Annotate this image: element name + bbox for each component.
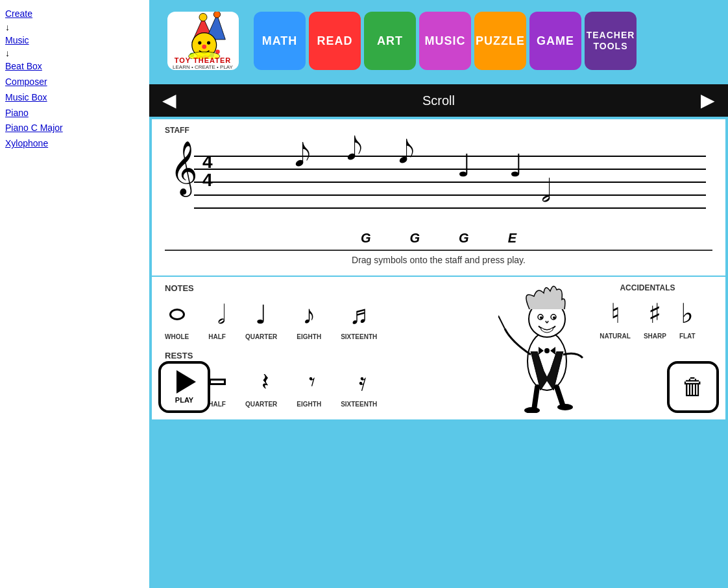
musical-staff[interactable]: 𝄞 44 𝅘𝅥𝅮 𝅘𝅥𝅮 𝅘𝅥𝅮 ♩ ♩ 𝅗𝅥 xyxy=(165,137,712,228)
sidebar-item-xylophone[interactable]: Xylophone xyxy=(5,136,144,152)
trash-icon: 🗑 xyxy=(681,373,705,401)
conductor-illustration xyxy=(498,277,596,413)
note-sixteenth[interactable]: ♬ SIXTEENTH xyxy=(341,298,377,340)
nav-read[interactable]: READ xyxy=(309,12,361,70)
scroll-left-button[interactable]: ◀ xyxy=(162,91,176,110)
staff-area: STAFF 𝄞 44 𝅘𝅥𝅮 𝅘𝅥𝅮 𝅘𝅥𝅮 ♩ ♩ 𝅗𝅥 xyxy=(152,119,725,276)
accidental-flat[interactable]: ♭ FLAT xyxy=(679,298,696,340)
play-label: PLAY xyxy=(175,396,193,404)
nav-game[interactable]: GAME xyxy=(529,12,581,70)
note-label-g1: G xyxy=(361,231,371,246)
bottom-section: NOTES WHOLE 𝅗𝅥 HALF ♩ QUARTER xyxy=(152,277,725,419)
nav-puzzle[interactable]: PUZZLE xyxy=(474,12,526,70)
staff-section-label: STAFF xyxy=(165,126,712,135)
rest-quarter[interactable]: 𝄽 QUARTER xyxy=(245,366,277,408)
logo-area: TOY THEATER LEARN • CREATE • PLAY xyxy=(156,5,250,76)
quarter-note-glyph: ♩ xyxy=(255,298,267,331)
svg-point-1 xyxy=(199,14,206,21)
sidebar-item-composer[interactable]: Composer xyxy=(5,75,144,90)
svg-point-3 xyxy=(213,12,220,18)
note-whole[interactable]: WHOLE xyxy=(165,298,189,340)
note-quarter[interactable]: ♩ QUARTER xyxy=(245,298,277,340)
sidebar-arrow1: ↓ xyxy=(5,22,144,33)
logo-text: TOY THEATER xyxy=(173,56,233,64)
nav-buttons: MATH READ ART MUSIC PUZZLE GAME TEACHERT… xyxy=(254,12,637,70)
sixteenth-rest-label: SIXTEENTH xyxy=(341,401,377,408)
quarter-rest-label: QUARTER xyxy=(245,401,277,408)
staff-line-2 xyxy=(194,169,706,170)
scroll-bar: ◀ Scroll ▶ xyxy=(149,84,728,117)
accidentals-row: ♮ NATURAL ♯ SHARP ♭ FLAT xyxy=(583,298,712,340)
nav-art[interactable]: ART xyxy=(364,12,416,70)
accidentals-label: ACCIDENTALS xyxy=(583,283,712,292)
natural-label: NATURAL xyxy=(600,333,631,340)
note-on-staff-5: ♩ xyxy=(509,147,524,183)
rest-sixteenth[interactable]: 𝄿 SIXTEENTH xyxy=(341,366,377,408)
flat-glyph: ♭ xyxy=(681,298,694,330)
sidebar-item-piano-c-major[interactable]: Piano C Major xyxy=(5,121,144,136)
play-button[interactable]: PLAY xyxy=(158,361,210,413)
sidebar-item-beat-box[interactable]: Beat Box xyxy=(5,59,144,75)
half-note-label: HALF xyxy=(208,333,226,340)
rest-eighth[interactable]: 𝄾 EIGHTH xyxy=(297,366,321,408)
sharp-glyph: ♯ xyxy=(648,298,661,330)
note-labels-row: G G G E xyxy=(165,228,712,247)
half-rest-label: HALF xyxy=(208,401,226,408)
whole-note-label: WHOLE xyxy=(165,333,189,340)
nav-teacher-tools[interactable]: TEACHERTOOLS xyxy=(585,12,637,70)
svg-point-6 xyxy=(207,41,210,45)
rest-half[interactable]: HALF xyxy=(208,366,226,408)
nav-math[interactable]: MATH xyxy=(254,12,306,70)
scroll-right-button[interactable]: ▶ xyxy=(701,91,715,110)
svg-point-19 xyxy=(553,316,555,319)
accidental-sharp[interactable]: ♯ SHARP xyxy=(644,298,666,340)
sidebar-arrow2: ↓ xyxy=(5,48,144,59)
logo: TOY THEATER LEARN • CREATE • PLAY xyxy=(167,12,239,70)
flat-label: FLAT xyxy=(679,333,696,340)
note-eighth[interactable]: ♪ EIGHTH xyxy=(297,298,321,340)
svg-point-20 xyxy=(544,348,550,353)
quarter-note-label: QUARTER xyxy=(245,333,277,340)
scroll-label: Scroll xyxy=(422,93,455,108)
half-rest-glyph xyxy=(209,366,226,398)
logo-image xyxy=(171,12,236,59)
sidebar-item-music-box[interactable]: Music Box xyxy=(5,90,144,106)
svg-point-18 xyxy=(540,316,542,319)
play-button-area: PLAY xyxy=(158,361,210,413)
staff-line-3 xyxy=(194,182,706,183)
conductor-svg xyxy=(498,277,596,413)
eighth-note-glyph: ♪ xyxy=(302,298,315,331)
trash-button-area: 🗑 xyxy=(667,361,719,413)
eighth-note-label: EIGHTH xyxy=(297,333,321,340)
staff-line-5 xyxy=(194,207,706,209)
staff-lines xyxy=(194,156,706,207)
svg-point-5 xyxy=(198,41,201,45)
sidebar-create[interactable]: Create xyxy=(5,6,144,22)
nav-music[interactable]: MUSIC xyxy=(419,12,471,70)
sharp-label: SHARP xyxy=(644,333,666,340)
sixteenth-note-label: SIXTEENTH xyxy=(341,333,377,340)
whole-note-glyph xyxy=(169,298,185,331)
note-on-staff-4: ♩ xyxy=(457,147,472,183)
play-icon xyxy=(176,370,196,394)
trash-button[interactable]: 🗑 xyxy=(667,361,719,413)
staff-line-4 xyxy=(194,194,706,196)
sixteenth-note-glyph: ♬ xyxy=(349,298,369,331)
note-half[interactable]: 𝅗𝅥 HALF xyxy=(208,298,226,340)
natural-glyph: ♮ xyxy=(611,298,620,330)
eighth-rest-label: EIGHTH xyxy=(297,401,321,408)
accidental-natural[interactable]: ♮ NATURAL xyxy=(600,298,631,340)
note-label-g3: G xyxy=(459,231,469,246)
note-label-g2: G xyxy=(410,231,420,246)
sidebar-music[interactable]: Music xyxy=(5,33,144,49)
main-content: TOY THEATER LEARN • CREATE • PLAY MATH R… xyxy=(149,0,728,588)
logo-subtext: LEARN • CREATE • PLAY xyxy=(173,64,233,70)
note-label-e: E xyxy=(508,231,516,246)
svg-point-7 xyxy=(202,45,206,49)
svg-point-23 xyxy=(557,404,573,410)
sidebar: Create ↓ Music ↓ Beat Box Composer Music… xyxy=(0,0,149,588)
header: TOY THEATER LEARN • CREATE • PLAY MATH R… xyxy=(149,0,728,82)
svg-line-21 xyxy=(498,316,505,329)
staff-line-1 xyxy=(194,156,706,157)
sidebar-item-piano[interactable]: Piano xyxy=(5,106,144,121)
